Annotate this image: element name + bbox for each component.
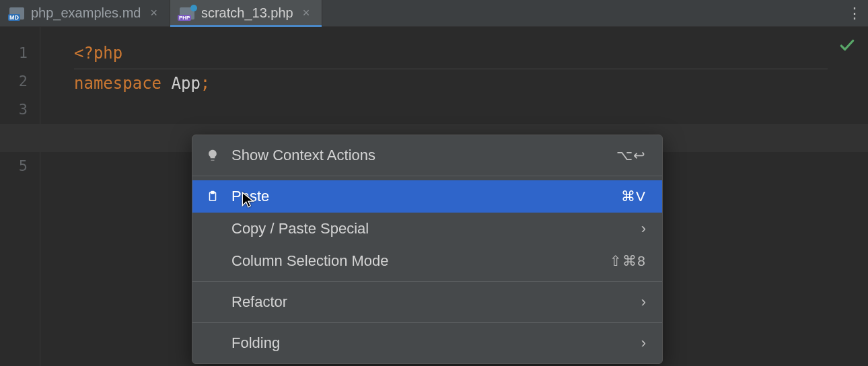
menu-copy-paste-special[interactable]: Copy / Paste Special › — [192, 213, 662, 245]
menu-item-label: Column Selection Mode — [231, 252, 599, 270]
menu-item-shortcut: ⌘V — [621, 188, 646, 205]
keyword-namespace: namespace — [74, 74, 161, 93]
php-open-tag: <?php — [74, 39, 828, 69]
menu-item-label: Paste — [231, 188, 610, 205]
chevron-right-icon: › — [641, 220, 646, 237]
tab-label: scratch_13.php — [201, 5, 293, 21]
menu-item-label: Refactor — [231, 293, 630, 311]
markdown-file-icon — [9, 7, 24, 20]
menu-separator — [192, 322, 662, 323]
menu-paste[interactable]: Paste ⌘V — [192, 180, 662, 213]
tab-bar: php_examples.md × scratch_13.php × ⋮ — [0, 0, 868, 27]
line-number: 5 — [0, 152, 40, 180]
chevron-right-icon: › — [641, 334, 646, 352]
menu-separator — [192, 281, 662, 282]
namespace-name: App — [172, 74, 201, 93]
menu-item-label: Folding — [231, 334, 630, 352]
tab-php-examples[interactable]: php_examples.md × — [0, 0, 170, 26]
tab-bar-spacer — [322, 0, 841, 26]
menu-item-shortcut: ⇧⌘8 — [610, 253, 646, 269]
tab-scratch-13[interactable]: scratch_13.php × — [170, 0, 322, 26]
line-number: 1 — [0, 39, 40, 67]
svg-rect-1 — [211, 192, 215, 194]
clipboard-icon — [205, 190, 221, 203]
tab-label: php_examples.md — [31, 5, 141, 21]
line-gutter: 1 2 3 4 5 — [0, 27, 40, 366]
close-icon[interactable]: × — [303, 6, 310, 20]
line-number: 3 — [0, 96, 40, 124]
php-scratch-file-icon — [180, 7, 194, 20]
chevron-right-icon: › — [641, 293, 646, 311]
menu-column-selection-mode[interactable]: Column Selection Mode ⇧⌘8 — [192, 245, 662, 277]
menu-item-label: Copy / Paste Special — [231, 220, 630, 237]
menu-refactor[interactable]: Refactor › — [192, 286, 662, 318]
close-icon[interactable]: × — [150, 6, 157, 20]
semicolon: ; — [201, 74, 210, 93]
menu-folding[interactable]: Folding › — [192, 327, 662, 359]
tab-options-button[interactable]: ⋮ — [841, 0, 868, 26]
line-number: 2 — [0, 67, 40, 96]
